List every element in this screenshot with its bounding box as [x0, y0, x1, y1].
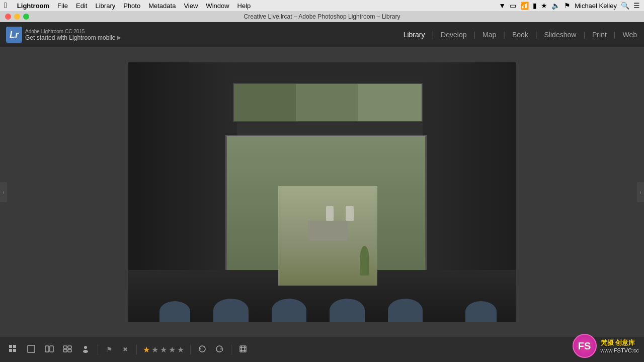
svg-rect-3 [13, 349, 16, 352]
menu-window[interactable]: Window [206, 2, 229, 10]
lr-badge: Lr [6, 27, 22, 43]
svg-rect-1 [13, 345, 16, 348]
menu-file[interactable]: File [57, 2, 68, 10]
module-map[interactable]: Map [475, 22, 503, 47]
survey-view-button[interactable] [59, 342, 75, 356]
grid-icon [9, 345, 17, 354]
watermark-brand: 梵摄 创意库 [601, 338, 639, 347]
photo-simulation [128, 62, 516, 322]
menu-help[interactable]: Help [237, 2, 251, 10]
separator-4 [231, 344, 231, 354]
rotate-left-icon [198, 344, 207, 355]
traffic-lights [5, 14, 29, 20]
star-5[interactable]: ★ [177, 345, 184, 354]
fg-chair-4 [330, 299, 364, 322]
crop-icon [238, 344, 248, 355]
loupe-view-button[interactable] [23, 342, 39, 356]
close-button[interactable] [5, 14, 11, 20]
right-panel-icon: › [639, 190, 641, 195]
search-icon[interactable]: 🔍 [621, 2, 629, 10]
svg-rect-9 [68, 346, 71, 348]
fg-chair-1 [159, 301, 191, 322]
module-book[interactable]: Book [505, 22, 535, 47]
compare-icon [45, 345, 54, 354]
rotate-left-button[interactable] [195, 342, 210, 356]
flag-pick-icon: ⚑ [106, 345, 113, 353]
crop-overlay-button[interactable] [235, 342, 251, 356]
left-panel-toggle[interactable]: ‹ [0, 182, 7, 202]
menu-metadata[interactable]: Metadata [148, 2, 176, 10]
people-icon [82, 345, 90, 354]
menu-lightroom[interactable]: Lightroom [17, 2, 49, 10]
svg-point-12 [84, 346, 87, 349]
left-panel-icon: ‹ [3, 190, 4, 195]
svg-rect-14 [240, 346, 246, 352]
svg-rect-2 [9, 349, 12, 352]
bluetooth-icon[interactable]: ★ [541, 2, 547, 10]
patio-chair-1 [326, 206, 334, 221]
lr-version: Adobe Lightroom CC 2015 [25, 29, 121, 34]
menu-edit[interactable]: Edit [76, 2, 87, 10]
fg-chair-3 [272, 299, 306, 322]
rotate-right-button[interactable] [212, 342, 227, 356]
star-4[interactable]: ★ [169, 345, 176, 354]
photo-window-upper [233, 83, 423, 122]
survey-icon [63, 345, 72, 354]
lr-logo: Lr Adobe Lightroom CC 2015 Get started w… [0, 27, 127, 43]
fg-chair-5 [388, 299, 423, 322]
lr-mobile-text: Get started with Lightroom mobile [25, 34, 115, 41]
toolbar: ⚑ ✖ ★ ★ ★ ★ ★ [0, 337, 644, 362]
menu-library[interactable]: Library [95, 2, 115, 10]
menu-photo[interactable]: Photo [123, 2, 140, 10]
flag-icon[interactable]: ⚑ [564, 2, 571, 10]
compare-view-button[interactable] [41, 342, 57, 356]
volume-icon[interactable]: 🔈 [551, 2, 560, 10]
menu-view[interactable]: View [184, 2, 198, 10]
titlebar: Creative Live.lrcat – Adobe Photoshop Li… [0, 11, 644, 22]
photo-image [128, 62, 516, 322]
star-1[interactable]: ★ [143, 345, 150, 354]
lr-mobile-arrow-icon: ▶ [117, 35, 121, 40]
menubar:  Lightroom File Edit Library Photo Meta… [0, 0, 644, 11]
watermark: FS 梵摄 创意库 www.FSTVC.cc [573, 334, 639, 358]
rotate-right-icon [215, 344, 224, 355]
flag-pick-button[interactable]: ⚑ [102, 342, 116, 356]
window-title: Creative Live.lrcat – Adobe Photoshop Li… [244, 13, 400, 20]
minimize-button[interactable] [14, 14, 20, 20]
module-print[interactable]: Print [585, 22, 614, 47]
patio [278, 186, 377, 286]
window-inner [234, 84, 422, 121]
svg-rect-5 [45, 346, 49, 352]
airplay-icon[interactable]: ▭ [510, 2, 516, 10]
people-view-button[interactable] [77, 342, 94, 356]
svg-rect-0 [9, 345, 12, 348]
svg-point-13 [83, 350, 88, 353]
flag-reject-icon: ✖ [123, 346, 128, 353]
module-library[interactable]: Library [396, 22, 432, 47]
lr-info: Adobe Lightroom CC 2015 Get started with… [25, 29, 121, 41]
svg-rect-8 [63, 346, 67, 348]
photo-container[interactable] [128, 62, 516, 322]
rating-stars[interactable]: ★ ★ ★ ★ ★ [143, 345, 184, 354]
separator-1 [98, 344, 98, 354]
maximize-button[interactable] [23, 14, 29, 20]
star-2[interactable]: ★ [151, 345, 158, 354]
grid-view-button[interactable] [5, 342, 21, 356]
module-develop[interactable]: Develop [434, 22, 473, 47]
loupe-icon [27, 345, 35, 354]
wifi-icon[interactable]: 📶 [520, 2, 529, 10]
lr-mobile-link[interactable]: Get started with Lightroom mobile ▶ [25, 34, 121, 41]
module-slideshow[interactable]: Slideshow [537, 22, 584, 47]
patio-chair-2 [346, 206, 354, 221]
flag-reject-button[interactable]: ✖ [118, 342, 132, 356]
star-3[interactable]: ★ [160, 345, 167, 354]
menu-icon[interactable]: ☰ [633, 2, 640, 10]
user-name[interactable]: Michael Kelley [575, 2, 617, 10]
dropbox-icon[interactable]: ▼ [499, 2, 506, 10]
apple-menu[interactable]:  [4, 1, 7, 10]
right-panel-toggle[interactable]: › [637, 182, 644, 202]
module-nav: Library | Develop | Map | Book | Slidesh… [396, 22, 644, 47]
module-web[interactable]: Web [615, 22, 644, 47]
svg-rect-4 [28, 345, 35, 352]
separator-3 [190, 344, 191, 354]
